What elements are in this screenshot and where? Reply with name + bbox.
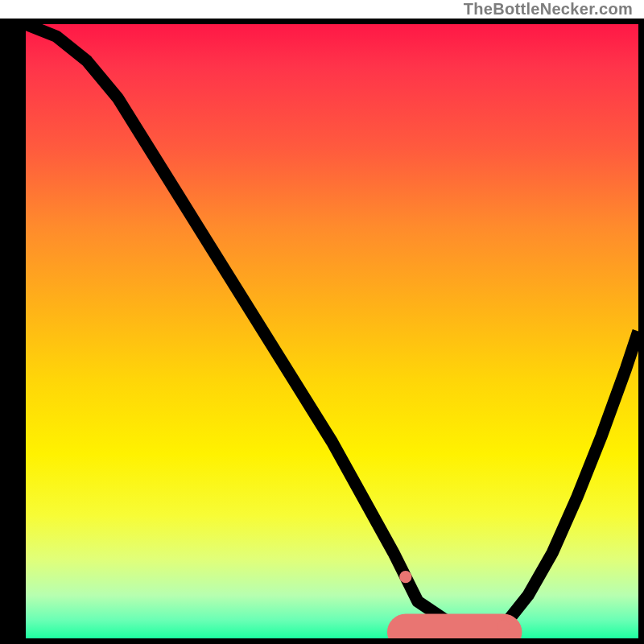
chart-frame	[0, 19, 644, 644]
chart-svg	[26, 24, 638, 638]
highlight-end-dot	[497, 620, 510, 632]
highlight-start-dot	[399, 571, 411, 583]
watermark-text: TheBottleNecker.com	[464, 0, 633, 19]
bottleneck-curve	[26, 24, 638, 632]
plot-area	[26, 24, 638, 638]
